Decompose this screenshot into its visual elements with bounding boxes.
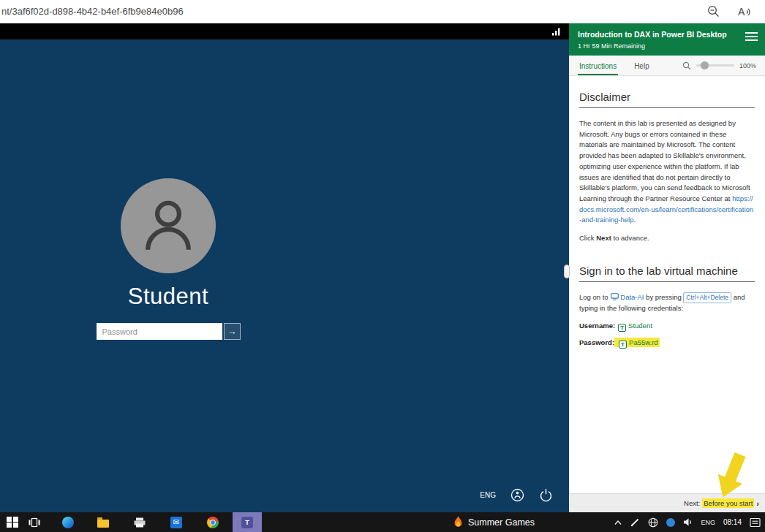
file-explorer-button[interactable]: [94, 512, 113, 532]
teams-letter: T: [245, 519, 249, 526]
type-text-icon[interactable]: T: [619, 341, 627, 349]
browser-controls: A: [707, 5, 765, 18]
signin-heading: Sign in to the lab virtual machine: [579, 265, 755, 277]
vm-viewport: Student → ENG: [0, 23, 569, 512]
browser-address-bar: nt/3af6f02d-d898-4b42-b4ef-6fb9e84e0b96 …: [0, 0, 765, 23]
signed-in-username: Student: [128, 284, 208, 310]
panel-footer: Next: Before you start ›: [569, 493, 765, 512]
logon-pre: Log on to: [579, 293, 610, 301]
password-value[interactable]: Pa55w.rd: [629, 338, 658, 346]
windows-login-screen: Student → ENG: [0, 39, 569, 512]
search-icon[interactable]: [682, 61, 691, 70]
disclaimer-paragraph: The content in this lab is presented as …: [579, 118, 755, 226]
password-submit-button[interactable]: →: [224, 323, 241, 340]
pen-icon[interactable]: [630, 517, 640, 527]
password-label: Password:: [579, 338, 614, 346]
username-label: Username:: [579, 322, 615, 330]
logon-paragraph: Log on to Data-AI by pressing Ctrl+Alt+D…: [579, 292, 755, 314]
teams-icon: T: [241, 517, 253, 528]
signal-strength-icon: [551, 27, 562, 36]
lab-header: Introduction to DAX in Power BI Desktop …: [569, 23, 765, 56]
system-tray: ENG 08:14: [614, 512, 761, 532]
search-highlight-label: Summer Games: [468, 517, 535, 528]
flame-icon: [453, 516, 463, 528]
search-highlight[interactable]: Summer Games: [453, 512, 535, 532]
ease-of-access-icon[interactable]: [510, 488, 524, 502]
mail-app-button[interactable]: ✉: [167, 512, 186, 532]
password-highlight: TPa55w.rd: [614, 338, 660, 347]
divider: [579, 281, 755, 282]
main-split: Student → ENG: [0, 23, 765, 512]
edge-browser-button[interactable]: [59, 512, 78, 532]
url-text[interactable]: nt/3af6f02d-d898-4b42-b4ef-6fb9e84e0b96: [0, 6, 184, 17]
volume-icon[interactable]: [683, 517, 693, 527]
status-dot-icon[interactable]: [666, 518, 675, 527]
power-icon[interactable]: [539, 488, 553, 502]
next-label: Next:: [684, 499, 700, 507]
tab-instructions[interactable]: Instructions: [578, 56, 618, 75]
username-line: Username:TStudent: [579, 322, 755, 332]
next-button[interactable]: Next: Before you start ›: [684, 498, 759, 508]
chevron-right-icon: ›: [756, 499, 759, 508]
language-indicator[interactable]: ENG: [480, 491, 496, 499]
lab-title: Introduction to DAX in Power BI Desktop: [578, 30, 742, 39]
submit-arrow-icon: →: [227, 327, 237, 336]
disclaimer-text: The content in this lab is presented as …: [579, 119, 750, 202]
taskbar: ✉ T Summer Games: [0, 512, 765, 532]
zoom-level: 100%: [739, 62, 756, 69]
login-corner-tray: ENG: [480, 488, 553, 502]
password-line: Password:TPa55w.rd: [579, 338, 755, 349]
network-globe-icon[interactable]: [648, 517, 658, 528]
printer-icon: [134, 517, 146, 528]
mail-icon: ✉: [170, 517, 182, 528]
printer-app-button[interactable]: [130, 512, 149, 532]
password-row: →: [97, 323, 241, 340]
task-view-icon: [29, 517, 40, 528]
zoom-slider[interactable]: [696, 64, 734, 66]
machine-name-link[interactable]: Data-AI: [620, 293, 644, 301]
lab-instructions-panel: Introduction to DAX in Power BI Desktop …: [569, 23, 765, 512]
divider: [579, 107, 755, 108]
username-value[interactable]: Student: [628, 322, 652, 330]
lab-time-remaining: 1 Hr 59 Min Remaining: [578, 42, 756, 50]
start-button[interactable]: [3, 512, 22, 532]
disclaimer-text-end: .: [633, 216, 636, 224]
chrome-browser-button[interactable]: [203, 512, 222, 532]
instructions-content: Disclaimer The content in this lab is pr…: [569, 76, 765, 493]
advance-paragraph: Click Next to advance.: [579, 233, 755, 244]
person-icon: [133, 191, 203, 261]
folder-icon: [97, 520, 109, 528]
chrome-icon: [207, 517, 219, 528]
svg-text:A: A: [738, 6, 745, 18]
zoom-out-icon[interactable]: [707, 5, 720, 18]
edge-icon: [62, 517, 74, 528]
screen: nt/3af6f02d-d898-4b42-b4ef-6fb9e84e0b96 …: [0, 0, 765, 532]
vm-status-bar: [0, 23, 569, 39]
disclaimer-heading: Disclaimer: [579, 91, 755, 103]
advance-pre: Click: [579, 234, 596, 242]
taskbar-language-indicator[interactable]: ENG: [701, 519, 715, 526]
logon-mid: by pressing: [644, 293, 683, 301]
zoom-slider-thumb[interactable]: [701, 61, 709, 69]
advance-next-word: Next: [596, 234, 611, 242]
virtual-machine-icon: [611, 293, 619, 300]
action-center-icon[interactable]: [750, 517, 761, 528]
hamburger-menu-icon[interactable]: [745, 32, 758, 43]
tab-help[interactable]: Help: [633, 56, 651, 75]
chevron-up-icon[interactable]: [614, 519, 622, 526]
ctrl-alt-delete-button[interactable]: Ctrl+Alt+Delete: [683, 292, 731, 303]
next-target: Before you start: [702, 498, 754, 508]
windows-logo-icon: [7, 517, 18, 528]
password-input[interactable]: [97, 323, 222, 340]
read-aloud-icon[interactable]: A: [737, 5, 753, 18]
advance-post: to advance.: [611, 234, 649, 242]
envelope-glyph: ✉: [173, 518, 179, 526]
panel-tab-bar: Instructions Help 100%: [569, 56, 765, 76]
user-avatar[interactable]: [121, 178, 216, 273]
clock[interactable]: 08:14: [723, 518, 742, 526]
panel-resize-handle[interactable]: [564, 265, 570, 278]
teams-app-button[interactable]: T: [233, 512, 262, 532]
type-text-icon[interactable]: T: [618, 324, 626, 332]
login-column: Student →: [0, 178, 336, 340]
task-view-button[interactable]: [25, 512, 44, 532]
